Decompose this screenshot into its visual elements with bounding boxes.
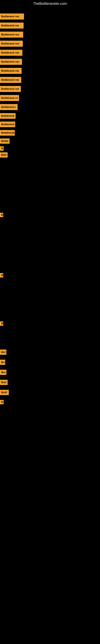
bottleneck-item-13[interactable]: Bottleneck <box>0 122 15 127</box>
bottleneck-item-4[interactable]: Bottleneck res <box>0 41 23 47</box>
bottleneck-item-8[interactable]: Bottleneck res <box>0 77 21 83</box>
bottleneck-item-26[interactable]: B <box>0 400 3 404</box>
bottleneck-item-25[interactable]: Bottl <box>0 390 9 395</box>
bottleneck-item-14[interactable]: Bottleneck <box>0 130 15 136</box>
bottleneck-item-17[interactable]: Bott <box>0 152 8 158</box>
bottleneck-item-24[interactable]: Bott <box>0 380 8 385</box>
bottleneck-item-7[interactable]: Bottleneck res <box>0 68 22 74</box>
bottleneck-item-10[interactable]: Bottleneck re <box>0 95 19 101</box>
bottleneck-item-1[interactable]: Bottleneck res <box>0 14 24 20</box>
bottleneck-item-15[interactable]: Bottle <box>0 138 10 144</box>
bottleneck-item-19[interactable]: B <box>0 273 3 278</box>
bottleneck-item-21[interactable]: Bot <box>0 350 6 355</box>
bottleneck-item-22[interactable]: Bo <box>0 360 5 365</box>
bottleneck-item-16[interactable]: B <box>0 146 3 151</box>
bottleneck-item-12[interactable]: Bottleneck <box>0 113 16 119</box>
bottleneck-item-23[interactable]: Bot <box>0 370 6 375</box>
bottleneck-item-9[interactable]: Bottleneck res <box>0 86 21 92</box>
bottleneck-item-6[interactable]: Bottleneck res <box>0 59 22 65</box>
bottleneck-item-2[interactable]: Bottleneck res <box>0 22 24 28</box>
bottleneck-item-20[interactable]: B <box>0 322 3 326</box>
bottleneck-item-5[interactable]: Bottleneck res <box>0 50 22 56</box>
site-title: TheBottlenecker.com <box>0 0 100 8</box>
bottleneck-item-11[interactable]: Bottleneck r <box>0 104 18 110</box>
bottleneck-item-18[interactable]: B <box>0 213 3 217</box>
bottleneck-item-3[interactable]: Bottleneck res <box>0 32 23 38</box>
